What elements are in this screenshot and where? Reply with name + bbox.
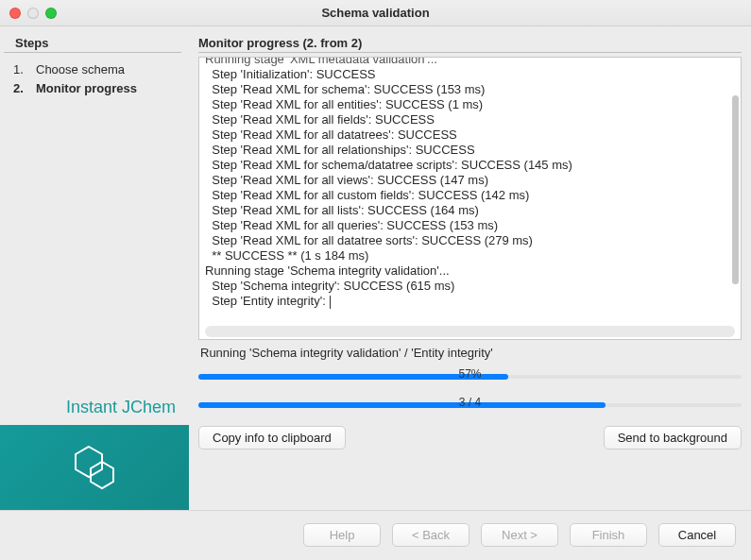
step-number: 2. — [13, 79, 26, 98]
wizard-footer: Help < Back Next > Finish Cancel — [0, 510, 751, 559]
log-line: Step 'Read XML for all relationships': S… — [205, 143, 735, 158]
log-line: Step 'Read XML for all fields': SUCCESS — [205, 112, 735, 127]
log-line: Running stage 'Schema integrity validati… — [205, 263, 735, 279]
progress-overall-label: 57% — [458, 367, 481, 381]
window-title: Schema validation — [0, 6, 751, 20]
branding-tile — [0, 425, 189, 510]
progress-stage: 3 / 4 — [198, 394, 742, 415]
log-line: Step 'Schema integrity': SUCCESS (615 ms… — [205, 279, 735, 294]
step-label: Monitor progress — [36, 79, 137, 98]
cancel-button[interactable]: Cancel — [658, 523, 736, 547]
log-line: Step 'Read XML for all views': SUCCESS (… — [205, 173, 735, 188]
log-line: Running stage 'XML metadata validation'.… — [205, 58, 735, 67]
steps-header: Steps — [4, 36, 181, 53]
progress-stage-label: 3 / 4 — [459, 396, 481, 409]
log-line: Step 'Read XML for schema/datatree scrip… — [205, 158, 735, 173]
log-line: Step 'Read XML for all datatree sorts': … — [205, 233, 735, 248]
text-caret — [330, 296, 331, 309]
finish-button[interactable]: Finish — [570, 523, 647, 547]
log-line: Step 'Entity integrity': — [205, 294, 735, 309]
scrollbar-horizontal[interactable] — [205, 326, 735, 337]
log-line: Step 'Read XML for all lists': SUCCESS (… — [205, 203, 735, 218]
log-line: Step 'Read XML for all entities': SUCCES… — [205, 97, 735, 112]
help-button[interactable]: Help — [303, 523, 381, 547]
log-text[interactable]: Running stage 'XML metadata validation'.… — [199, 58, 741, 326]
step-number: 1. — [13, 60, 26, 79]
status-text: Running 'Schema integrity validation' / … — [200, 346, 740, 360]
wizard-sidebar: Steps 1. Choose schema 2. Monitor progre… — [0, 26, 189, 510]
log-line: Step 'Initialization': SUCCESS — [205, 67, 735, 82]
back-button[interactable]: < Back — [392, 523, 469, 547]
progress-overall: 57% — [198, 365, 742, 386]
log-line: Step 'Read XML for all datatrees': SUCCE… — [205, 127, 735, 143]
titlebar: Schema validation — [0, 0, 751, 26]
log-line: Step 'Read XML for all custom fields': S… — [205, 188, 735, 203]
branding-text: Instant JChem — [0, 398, 189, 417]
log-output[interactable]: Running stage 'XML metadata validation'.… — [198, 57, 742, 340]
log-line: ** SUCCESS ** (1 s 184 ms) — [205, 248, 735, 263]
molecule-icon — [68, 443, 121, 492]
send-to-background-button[interactable]: Send to background — [604, 426, 742, 450]
step-choose-schema: 1. Choose schema — [13, 60, 179, 79]
next-button[interactable]: Next > — [481, 523, 558, 547]
step-monitor-progress: 2. Monitor progress — [13, 79, 179, 98]
svg-marker-0 — [76, 447, 102, 477]
step-label: Choose schema — [36, 60, 125, 79]
scrollbar-vertical[interactable] — [732, 95, 739, 284]
page-title: Monitor progress (2. from 2) — [198, 36, 742, 53]
log-line: Step 'Read XML for schema': SUCCESS (153… — [205, 82, 735, 97]
copy-info-button[interactable]: Copy info to clipboard — [198, 426, 346, 450]
log-line: Step 'Read XML for all queries': SUCCESS… — [205, 218, 735, 233]
